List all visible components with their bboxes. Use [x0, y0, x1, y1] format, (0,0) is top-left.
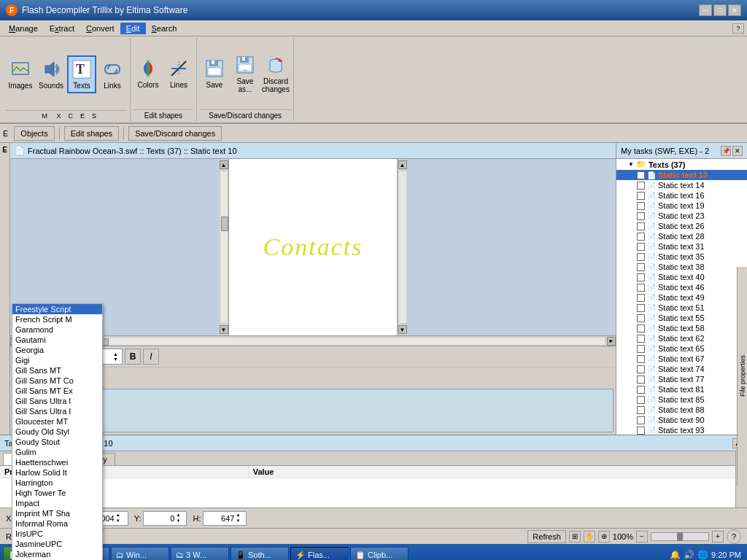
tree-item-14[interactable]: 📄 Static text 55 — [616, 313, 747, 323]
font-item-gulim[interactable]: Gulim — [12, 447, 102, 457]
tree-item-11[interactable]: 📄 Static text 46 — [616, 282, 747, 292]
checkbox-6[interactable] — [637, 233, 645, 241]
view-btn1[interactable]: ⊞ — [569, 531, 581, 542]
tree-item-17[interactable]: 📄 Static text 65 — [616, 343, 747, 354]
panel-pin-btn[interactable]: 📌 — [721, 146, 731, 156]
font-dropdown[interactable]: Freestyle Script French Script M Garamon… — [12, 303, 103, 560]
font-item-freestyle[interactable]: Freestyle Script — [12, 304, 102, 314]
tree-item-24[interactable]: 📄 Static text 90 — [616, 415, 747, 425]
h-input[interactable]: ▲ ▼ — [203, 511, 247, 526]
checkbox-7[interactable] — [637, 243, 645, 251]
checkbox-24[interactable] — [637, 416, 645, 424]
sounds-button[interactable]: Sounds — [36, 55, 66, 93]
checkbox-25[interactable] — [637, 427, 645, 435]
checkbox-15[interactable] — [637, 324, 645, 332]
font-item-impact[interactable]: Impact — [12, 498, 102, 508]
tree-item-10[interactable]: 📄 Static text 40 — [616, 272, 747, 282]
file-properties-tab[interactable]: File properties — [737, 267, 747, 486]
checkbox-12[interactable] — [637, 294, 645, 302]
checkbox-14[interactable] — [637, 314, 645, 322]
panel-close-btn[interactable]: ✕ — [732, 146, 743, 156]
font-size-up[interactable]: ▲ — [113, 351, 118, 357]
tree-item-21[interactable]: 📄 Static text 81 — [616, 384, 747, 394]
checkbox-5[interactable] — [637, 222, 645, 230]
scroll-up-btn[interactable]: ▲ — [220, 160, 228, 169]
checkbox-16[interactable] — [637, 335, 645, 343]
menu-search[interactable]: Search — [146, 23, 183, 34]
scroll-down2-btn[interactable]: ▼ — [398, 325, 407, 334]
tree-item-8[interactable]: 📄 Static text 35 — [616, 252, 747, 262]
font-item-garamond[interactable]: Garamond — [12, 324, 102, 335]
checkbox-0[interactable] — [637, 171, 645, 179]
font-item-gillsansu2[interactable]: Gill Sans Ultra I — [12, 406, 102, 416]
links-button[interactable]: Links — [98, 55, 127, 93]
font-item-gillsansc[interactable]: Gill Sans MT Co — [12, 376, 102, 386]
tree-item-25[interactable]: 📄 Static text 93 — [616, 425, 747, 435]
checkbox-8[interactable] — [637, 253, 645, 261]
taskbar-item-2[interactable]: 🗂 3 W... — [171, 547, 229, 560]
taskbar-item-3[interactable]: 📱 Soth... — [231, 547, 289, 560]
edit-shapes-button[interactable]: Edit shapes — [64, 126, 119, 141]
zoom-thumb[interactable] — [677, 532, 683, 541]
checkbox-10[interactable] — [637, 273, 645, 281]
checkbox-3[interactable] — [637, 202, 645, 210]
tree-item-12[interactable]: 📄 Static text 49 — [616, 292, 747, 303]
font-item-gautami[interactable]: Gautami — [12, 335, 102, 345]
font-item-jokerman[interactable]: Jokerman — [12, 549, 102, 559]
lines-button[interactable]: Lines — [164, 55, 193, 93]
tree-item-2[interactable]: 📄 Static text 16 — [616, 190, 747, 201]
objects-button[interactable]: Objects — [14, 126, 54, 141]
refresh-button[interactable]: Refresh — [527, 530, 566, 543]
tree-item-16[interactable]: 📄 Static text 62 — [616, 333, 747, 343]
h-field[interactable] — [204, 514, 236, 523]
checkbox-19[interactable] — [637, 365, 645, 373]
help-circle-btn[interactable]: ? — [727, 529, 741, 544]
font-item-gloucester[interactable]: Gloucester MT — [12, 416, 102, 427]
font-item-goudy[interactable]: Goudy Old Styl — [12, 427, 102, 437]
images-button[interactable]: Images — [6, 55, 35, 93]
close-button[interactable]: ✕ — [728, 4, 741, 16]
taskbar-item-5[interactable]: 📋 Clipb... — [350, 547, 409, 560]
tree-item-15[interactable]: 📄 Static text 58 — [616, 323, 747, 333]
h-down[interactable]: ▼ — [236, 518, 240, 524]
font-item-french[interactable]: French Script M — [12, 314, 102, 324]
save-discard-button[interactable]: Save/Discard changes — [128, 126, 222, 141]
tree-item-23[interactable]: 📄 Static text 88 — [616, 405, 747, 415]
texts-button[interactable]: T Texts — [67, 55, 96, 93]
checkbox-18[interactable] — [637, 355, 645, 363]
h-up[interactable]: ▲ — [236, 513, 240, 518]
font-item-gillsanse[interactable]: Gill Sans MT Ex — [12, 386, 102, 396]
checkbox-20[interactable] — [637, 376, 645, 384]
checkbox-17[interactable] — [637, 345, 645, 353]
font-item-hightower[interactable]: High Tower Te — [12, 488, 102, 498]
tree-item-5[interactable]: 📄 Static text 26 — [616, 221, 747, 231]
checkbox-4[interactable] — [637, 212, 645, 220]
menu-help-icon[interactable]: ? — [732, 23, 744, 34]
zoom-out-btn[interactable]: − — [636, 531, 648, 542]
tree-root[interactable]: ▼ 📁 Texts (37) — [616, 159, 747, 170]
saveas-button[interactable]: ... Save as... — [231, 55, 260, 93]
font-size-down[interactable]: ▼ — [113, 357, 118, 362]
tree-item-1[interactable]: 📄 Static text 14 — [616, 180, 747, 190]
menu-convert[interactable]: Convert — [80, 23, 120, 34]
colors-button[interactable]: Colors — [133, 55, 163, 93]
font-item-jasmine[interactable]: JasmineUPC — [12, 539, 102, 549]
tree-item-19[interactable]: 📄 Static text 74 — [616, 364, 747, 374]
scroll-up2-btn[interactable]: ▲ — [398, 160, 407, 169]
font-item-gillsans[interactable]: Gill Sans MT — [12, 365, 102, 376]
checkbox-22[interactable] — [637, 396, 645, 404]
tree-item-9[interactable]: 📄 Static text 38 — [616, 262, 747, 272]
font-item-irisupc[interactable]: IrisUPC — [12, 529, 102, 539]
tree-item-3[interactable]: 📄 Static text 19 — [616, 201, 747, 211]
font-item-harrington[interactable]: Harrington — [12, 478, 102, 488]
font-item-gillsansu1[interactable]: Gill Sans Ultra I — [12, 396, 102, 406]
view-btn3[interactable]: ⊕ — [598, 531, 610, 542]
view-btn2[interactable]: ✋ — [584, 531, 595, 542]
checkbox-9[interactable] — [637, 263, 645, 271]
y-input[interactable]: ▲ ▼ — [143, 511, 187, 526]
checkbox-1[interactable] — [637, 182, 645, 190]
tree-item-22[interactable]: 📄 Static text 85 — [616, 394, 747, 405]
scroll-thumb[interactable] — [221, 217, 228, 231]
zoom-in-btn[interactable]: + — [712, 531, 724, 542]
menu-extract[interactable]: Extract — [44, 23, 80, 34]
